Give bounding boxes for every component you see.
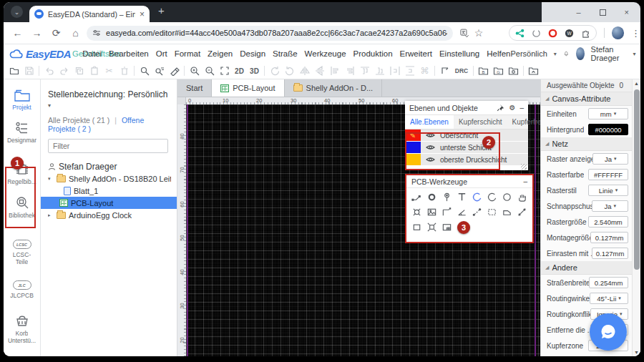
duplicate-icon[interactable] <box>72 64 87 79</box>
close-window-button[interactable]: × <box>625 8 629 16</box>
rasterfarbe-input[interactable]: #FFFFFF <box>588 169 628 180</box>
close-tab-icon[interactable]: × <box>140 9 145 19</box>
view-3d-button[interactable]: 3D <box>247 64 262 79</box>
tool-measure-icon[interactable] <box>514 205 530 220</box>
menu-format[interactable]: Format <box>175 49 200 58</box>
drc-button[interactable]: DRC <box>452 64 471 79</box>
tool-via-icon[interactable] <box>439 190 454 205</box>
menu-zeigen[interactable]: Zeigen <box>208 49 233 58</box>
paste-icon[interactable] <box>87 64 102 79</box>
menu-werkzeuge[interactable]: Werkzeuge <box>305 49 346 58</box>
align-top-icon[interactable] <box>357 64 372 79</box>
browser-profile-avatar[interactable] <box>612 26 624 39</box>
minimize-button[interactable]: – <box>576 8 580 16</box>
eye-icon[interactable] <box>426 129 435 142</box>
section-andere[interactable]: ◢Andere <box>541 261 632 275</box>
menu-datei[interactable]: Datei <box>82 49 102 58</box>
tool-panelize-icon[interactable] <box>439 220 454 235</box>
layer-color-swatch[interactable] <box>405 142 421 153</box>
tab-kupferschicht[interactable]: Kupferschicht <box>454 115 507 129</box>
tool-arc-icon[interactable] <box>469 190 484 205</box>
tab-start[interactable]: Start <box>177 79 212 97</box>
menu-strasse[interactable]: Straße <box>273 49 298 58</box>
layer-row-silk[interactable]: oberste Druckschicht <box>405 154 528 165</box>
tool-dimension-icon[interactable] <box>439 205 454 220</box>
tools-panel-header[interactable]: PCB-Werkzeuge – <box>406 175 532 188</box>
zoom-in-icon[interactable] <box>187 64 202 79</box>
tool-track-icon[interactable] <box>409 190 424 205</box>
export-folder-icon[interactable] <box>526 64 541 79</box>
search-filter-icon[interactable] <box>152 64 167 79</box>
undo-icon[interactable] <box>42 64 57 79</box>
extension-swirl-icon[interactable] <box>532 29 541 38</box>
filter-input[interactable] <box>48 139 168 153</box>
tool-pad-icon[interactable] <box>424 190 439 205</box>
save-icon[interactable] <box>21 64 36 79</box>
zoom-out-icon[interactable] <box>202 64 217 79</box>
new-project-icon[interactable] <box>6 64 21 79</box>
tool-rect-icon[interactable] <box>409 220 424 235</box>
fabrication-folder-icon[interactable] <box>506 64 521 79</box>
user-avatar[interactable] <box>576 47 585 60</box>
strassenbreite-input[interactable]: 0.254mm <box>589 277 628 288</box>
layer-color-swatch[interactable] <box>405 154 421 165</box>
browser-tab[interactable]: EasyEDA (Standard) – Ein einfa × <box>29 6 150 22</box>
tool-circle-icon[interactable] <box>499 190 514 205</box>
rasterstil-select[interactable]: Linie▾ <box>588 185 628 196</box>
tab-kupferfrei[interactable]: Kupferfre <box>507 115 540 129</box>
tree-expand-icon[interactable]: ▾ <box>48 176 54 182</box>
tree-sheet-row[interactable]: Blatt_1 <box>48 185 171 197</box>
sidebar-item-lcsc-teile[interactable]: LCSC LCSC- Teile <box>4 240 40 265</box>
bom-folder-icon[interactable]: B <box>476 64 491 79</box>
sidebar-item-projekt[interactable]: Projekt <box>4 89 40 111</box>
layer-color-swatch[interactable]: ✎ <box>405 129 421 141</box>
chat-support-button[interactable] <box>590 313 627 351</box>
tree-pcb-row-selected[interactable]: PCB-Layout <box>41 197 177 209</box>
rotate-ccw-icon[interactable] <box>267 64 282 79</box>
pin-icon[interactable] <box>497 104 504 112</box>
right-panel-scrollbar[interactable]: ▲ ▼ <box>632 79 640 356</box>
tool-arc-center-icon[interactable] <box>484 190 499 205</box>
menu-helfen[interactable]: Helfen <box>487 49 510 58</box>
gear-icon[interactable]: ⚙ <box>509 104 515 112</box>
tool-connection-icon[interactable] <box>469 205 484 220</box>
align-bottom-icon[interactable] <box>372 64 387 79</box>
tab-pcb-layout[interactable]: PCB-Layout <box>212 79 284 97</box>
flip-vertical-icon[interactable] <box>312 64 327 79</box>
sidebar-item-jlcpcb[interactable]: JLC JLCPCB <box>4 280 40 299</box>
tree-user-row[interactable]: Stefan Draeger <box>48 160 171 172</box>
combine-icon[interactable]: ⌘ <box>417 64 432 79</box>
tree-project2-row[interactable]: ▸ ArduinoEgg Clock <box>48 209 171 221</box>
delete-icon[interactable] <box>117 64 132 79</box>
gerber-folder-icon[interactable]: G <box>491 64 506 79</box>
menu-einstellung[interactable]: Einstellung <box>439 49 479 58</box>
scroll-up-icon[interactable]: ▲ <box>634 81 639 86</box>
distribute-horizontal-icon[interactable] <box>387 64 402 79</box>
hintergrund-color-input[interactable]: #000000 <box>588 124 628 135</box>
user-menu[interactable]: Stefan Draeger <box>591 45 627 62</box>
flip-horizontal-icon[interactable] <box>297 64 312 79</box>
tool-select-region-icon[interactable] <box>484 205 499 220</box>
raster-anzeigen-select[interactable]: Ja▾ <box>592 153 628 165</box>
menu-ort[interactable]: Ort <box>156 49 167 58</box>
url-text[interactable]: easyeda.com/editor#id=44acc40e500a473db0… <box>106 29 447 37</box>
site-settings-icon[interactable] <box>92 29 101 37</box>
schnappschuss-select[interactable]: Ja▾ <box>592 200 628 212</box>
address-bar[interactable]: easyeda.com/editor#id=44acc40e500a473db0… <box>87 26 453 41</box>
tree-project-row[interactable]: ▾ Shelly AddOn - DS18B20 Leiterplatte <box>48 172 171 185</box>
tool-group-route-icon[interactable] <box>424 220 439 235</box>
rastergroesse-input[interactable]: 2.540mm <box>588 216 628 228</box>
layer-row-bottom[interactable]: unterste Schicht <box>405 142 528 153</box>
fit-view-icon[interactable] <box>217 64 232 79</box>
tool-image-icon[interactable] <box>424 205 439 220</box>
scroll-down-icon[interactable]: ▼ <box>634 350 639 355</box>
rotate-cw-icon[interactable] <box>282 64 297 79</box>
eye-icon[interactable] <box>426 153 435 166</box>
new-tab-button[interactable]: + <box>158 4 165 16</box>
panel-collapse-icon[interactable]: ◀ <box>536 200 540 206</box>
back-icon[interactable]: ← <box>8 27 27 39</box>
minimize-panel-icon[interactable]: – <box>519 104 524 112</box>
menu-produktion[interactable]: Produktion <box>353 49 393 58</box>
scope-dropdown[interactable]: Persönlich <box>510 49 547 58</box>
translate-icon[interactable] <box>460 29 469 38</box>
